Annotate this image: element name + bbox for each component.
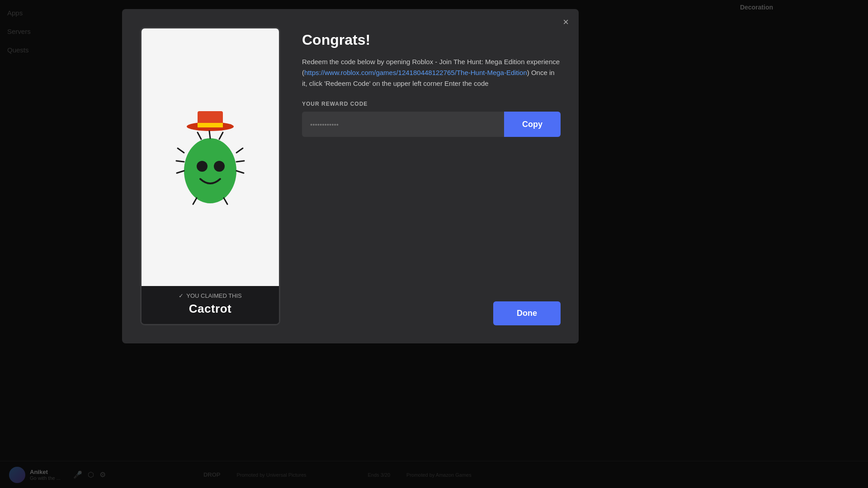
done-button[interactable]: Done: [493, 301, 561, 325]
svg-line-9: [236, 148, 243, 153]
svg-point-3: [184, 138, 236, 203]
reward-code-input[interactable]: [302, 112, 504, 137]
svg-line-11: [236, 171, 244, 173]
reward-code-section: YOUR REWARD CODE Copy: [302, 101, 561, 137]
svg-line-13: [219, 132, 223, 139]
modal-dialog: ×: [122, 9, 579, 343]
svg-line-16: [224, 198, 227, 204]
congrats-title: Congrats!: [302, 32, 561, 48]
done-button-row: Done: [302, 220, 561, 325]
redeem-instructions: Redeem the code below by opening Roblox …: [302, 56, 561, 89]
item-name: Cactrot: [189, 302, 232, 316]
claimed-label: ✓ YOU CLAIMED THIS: [179, 292, 242, 299]
redeem-link[interactable]: https://www.roblox.com/games/12418044812…: [304, 69, 527, 76]
svg-point-4: [197, 161, 208, 172]
svg-rect-2: [198, 123, 223, 127]
svg-line-7: [176, 161, 184, 162]
item-card: ✓ YOU CLAIMED THIS Cactrot: [140, 27, 280, 325]
code-row: Copy: [302, 112, 561, 137]
svg-line-14: [209, 131, 210, 138]
svg-point-5: [214, 161, 225, 172]
item-card-image: [142, 28, 279, 286]
svg-line-15: [193, 198, 197, 204]
check-icon: ✓: [179, 292, 184, 299]
svg-line-12: [198, 132, 201, 139]
cactus-illustration: [160, 103, 260, 211]
svg-line-8: [177, 171, 184, 173]
copy-button[interactable]: Copy: [504, 112, 561, 137]
svg-line-6: [178, 148, 184, 153]
close-button[interactable]: ×: [563, 17, 569, 27]
modal-right-content: Congrats! Redeem the code below by openi…: [302, 27, 561, 325]
svg-line-10: [236, 161, 244, 162]
reward-code-label: YOUR REWARD CODE: [302, 101, 561, 107]
item-card-footer: ✓ YOU CLAIMED THIS Cactrot: [142, 286, 279, 324]
modal-body: ✓ YOU CLAIMED THIS Cactrot Congrats! Red…: [140, 27, 561, 325]
